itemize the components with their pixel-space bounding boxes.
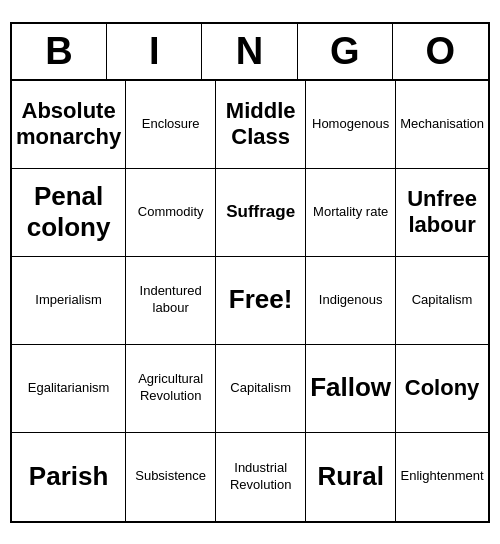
bingo-cell: Enclosure	[126, 81, 216, 169]
bingo-letter: G	[298, 24, 393, 79]
cell-text: Subsistence	[135, 468, 206, 485]
bingo-cell: Subsistence	[126, 433, 216, 521]
bingo-cell: Egalitarianism	[12, 345, 126, 433]
bingo-header: BINGO	[12, 24, 488, 81]
cell-text: Penal colony	[16, 181, 121, 243]
bingo-card: BINGO Absolute monarchyEnclosureMiddle C…	[10, 22, 490, 523]
bingo-cell: Fallow	[306, 345, 396, 433]
cell-text: Suffrage	[226, 202, 295, 222]
bingo-cell: Colony	[396, 345, 488, 433]
bingo-cell: Enlightenment	[396, 433, 488, 521]
cell-text: Commodity	[138, 204, 204, 221]
bingo-cell: Indigenous	[306, 257, 396, 345]
cell-text: Industrial Revolution	[220, 460, 301, 494]
bingo-cell: Imperialism	[12, 257, 126, 345]
bingo-grid: Absolute monarchyEnclosureMiddle ClassHo…	[12, 81, 488, 521]
bingo-cell: Absolute monarchy	[12, 81, 126, 169]
bingo-cell: Commodity	[126, 169, 216, 257]
bingo-cell: Mechanisation	[396, 81, 488, 169]
bingo-cell: Middle Class	[216, 81, 306, 169]
bingo-cell: Indentured labour	[126, 257, 216, 345]
cell-text: Indigenous	[319, 292, 383, 309]
cell-text: Colony	[405, 375, 480, 401]
bingo-cell: Parish	[12, 433, 126, 521]
cell-text: Agricultural Revolution	[130, 371, 211, 405]
cell-text: Mortality rate	[313, 204, 388, 221]
bingo-cell: Suffrage	[216, 169, 306, 257]
cell-text: Indentured labour	[130, 283, 211, 317]
cell-text: Homogenous	[312, 116, 389, 133]
bingo-cell: Industrial Revolution	[216, 433, 306, 521]
bingo-cell: Agricultural Revolution	[126, 345, 216, 433]
cell-text: Parish	[29, 461, 109, 492]
cell-text: Middle Class	[220, 98, 301, 151]
cell-text: Egalitarianism	[28, 380, 110, 397]
bingo-cell: Homogenous	[306, 81, 396, 169]
bingo-cell: Mortality rate	[306, 169, 396, 257]
bingo-cell: Capitalism	[216, 345, 306, 433]
cell-text: Capitalism	[412, 292, 473, 309]
cell-text: Unfree labour	[400, 186, 484, 239]
cell-text: Enclosure	[142, 116, 200, 133]
bingo-cell: Penal colony	[12, 169, 126, 257]
bingo-letter: O	[393, 24, 488, 79]
cell-text: Free!	[229, 284, 293, 315]
cell-text: Rural	[317, 461, 383, 492]
cell-text: Fallow	[310, 372, 391, 403]
bingo-cell: Unfree labour	[396, 169, 488, 257]
bingo-letter: N	[202, 24, 297, 79]
cell-text: Absolute monarchy	[16, 98, 121, 151]
bingo-cell: Capitalism	[396, 257, 488, 345]
bingo-cell: Free!	[216, 257, 306, 345]
bingo-letter: I	[107, 24, 202, 79]
cell-text: Imperialism	[35, 292, 101, 309]
cell-text: Enlightenment	[401, 468, 484, 485]
bingo-letter: B	[12, 24, 107, 79]
cell-text: Mechanisation	[400, 116, 484, 133]
cell-text: Capitalism	[230, 380, 291, 397]
bingo-cell: Rural	[306, 433, 396, 521]
